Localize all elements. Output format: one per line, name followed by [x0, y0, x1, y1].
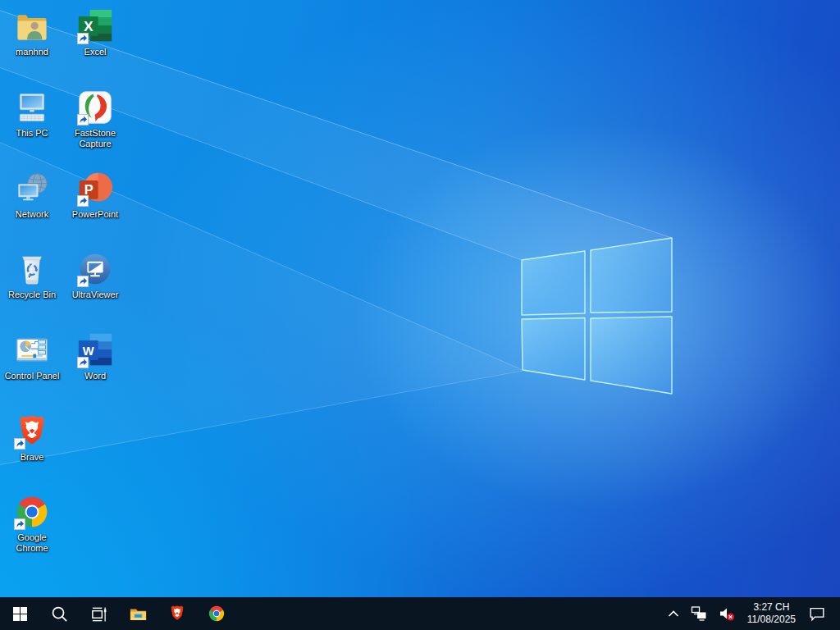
desktop-icon-faststone-capture[interactable]: FastStone Capture	[64, 89, 126, 149]
action-center-button[interactable]	[802, 597, 832, 630]
task-view-button[interactable]	[79, 597, 118, 630]
desktop-icon-recycle-bin[interactable]: Recycle Bin	[1, 251, 63, 300]
chrome-icon	[208, 605, 226, 623]
start-button[interactable]	[0, 597, 39, 630]
clock-date: 11/08/2025	[747, 614, 796, 626]
tray-volume-button[interactable]	[713, 597, 741, 630]
shortcut-arrow-icon	[14, 438, 25, 450]
chrome-icon	[14, 494, 50, 530]
tray-clock[interactable]: 3:27 CH 11/08/2025	[741, 597, 802, 630]
desktop-icon-powerpoint[interactable]: P PowerPoint	[64, 171, 126, 220]
desktop-icon-google-chrome[interactable]: Google Chrome	[1, 494, 63, 554]
brave-button[interactable]	[158, 597, 197, 630]
taskbar-empty-area[interactable]	[236, 597, 662, 630]
action-center-icon	[808, 605, 826, 623]
powerpoint-icon: P	[77, 171, 113, 207]
desktop-icon-label: This PC	[1, 128, 63, 139]
control-panel-icon	[14, 332, 50, 368]
excel-icon: X	[77, 8, 113, 44]
chrome-button[interactable]	[197, 597, 236, 630]
task-view-icon	[90, 605, 107, 623]
desktop-icon-label: Control Panel	[1, 371, 63, 381]
windows-start-icon	[13, 607, 27, 621]
volume-muted-icon	[719, 605, 735, 622]
system-tray: 3:27 CH 11/08/2025	[662, 597, 840, 630]
user-folder-icon	[14, 8, 50, 44]
shortcut-arrow-icon	[14, 518, 25, 530]
desktop-icon-ultraviewer[interactable]: UltraViewer	[64, 251, 126, 300]
desktop-icon-label: manhnd	[1, 47, 63, 57]
chevron-up-icon	[668, 609, 679, 619]
desktop-background[interactable]: manhnd	[0, 0, 840, 597]
file-explorer-button[interactable]	[118, 597, 158, 630]
desktop-icon-label: Network	[1, 209, 63, 220]
shortcut-arrow-icon	[77, 276, 89, 287]
desktop-icon-label: PowerPoint	[64, 209, 126, 220]
search-icon	[51, 605, 68, 623]
shortcut-arrow-icon	[77, 195, 89, 207]
windows-desktop-screen: manhnd	[0, 0, 840, 630]
desktop-icon-label: UltraViewer	[64, 290, 126, 300]
svg-text:W: W	[83, 345, 94, 358]
shortcut-arrow-icon	[77, 357, 89, 368]
tray-chevron-up-button[interactable]	[662, 597, 685, 630]
shortcut-arrow-icon	[77, 33, 89, 44]
network-icon	[14, 171, 50, 207]
taskbar: 3:27 CH 11/08/2025	[0, 597, 840, 630]
desktop-icon-control-panel[interactable]: Control Panel	[1, 332, 63, 381]
desktop-icon-excel[interactable]: X Excel	[64, 8, 126, 57]
tray-network-button[interactable]	[685, 597, 713, 630]
desktop-icon-label: FastStone Capture	[64, 128, 126, 149]
brave-icon	[14, 413, 50, 450]
desktop-icon-label: Google Chrome	[1, 532, 63, 554]
desktop-icon-label: Excel	[64, 47, 126, 57]
desktop-icon-word[interactable]: W Word	[64, 332, 126, 381]
desktop-icon-manhnd[interactable]: manhnd	[1, 8, 63, 57]
network-status-icon	[691, 605, 707, 622]
desktop-icon-network[interactable]: Network	[1, 171, 63, 220]
desktop-icon-label: Recycle Bin	[1, 290, 63, 300]
desktop-icon-brave[interactable]: Brave	[1, 413, 63, 463]
shortcut-arrow-icon	[77, 114, 89, 126]
recycle-bin-icon	[14, 251, 50, 287]
file-explorer-icon	[129, 605, 148, 623]
desktop-icon-this-pc[interactable]: This PC	[1, 89, 63, 139]
this-pc-icon	[14, 89, 50, 126]
brave-icon	[168, 605, 186, 623]
word-icon: W	[77, 332, 113, 368]
search-button[interactable]	[39, 597, 79, 630]
clock-time: 3:27 CH	[753, 601, 789, 614]
desktop-icon-label: Word	[64, 371, 126, 381]
ultraviewer-icon	[77, 251, 113, 287]
faststone-capture-icon	[77, 89, 113, 126]
desktop-icon-label: Brave	[1, 452, 63, 463]
